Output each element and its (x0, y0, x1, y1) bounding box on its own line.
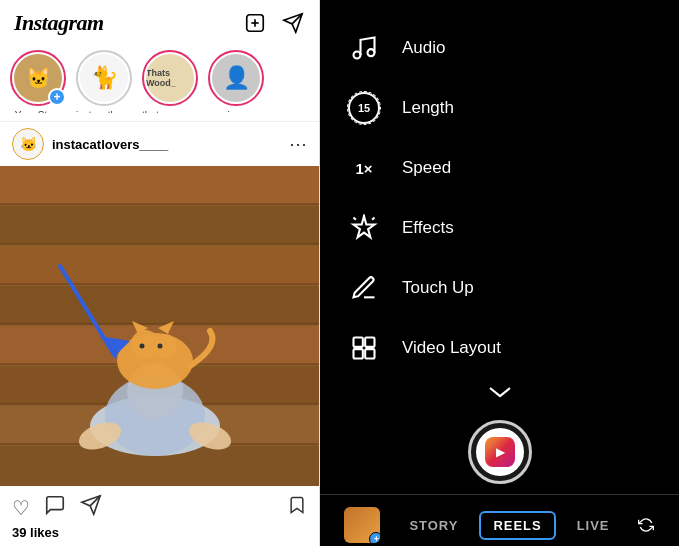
post-header: 🐱 instacatlovers____ ⋯ (0, 121, 319, 166)
story-label-3: xronis_pegk_... (208, 110, 264, 113)
comment-button[interactable] (44, 494, 66, 521)
record-inner (476, 428, 524, 476)
instagram-logo: Instagram (14, 10, 104, 36)
story-label-2: thats_wood_... (142, 110, 198, 113)
length-number: 15 (348, 92, 380, 124)
bookmark-button[interactable] (287, 494, 307, 521)
touchup-icon (346, 270, 382, 306)
svg-rect-7 (0, 286, 320, 324)
reels-tab-label: REELS (493, 518, 541, 533)
svg-point-36 (368, 49, 375, 56)
gallery-tab[interactable]: + (336, 503, 388, 546)
post-image (0, 166, 320, 486)
story-label-1: instacatlovers... (76, 110, 132, 113)
videolayout-menu-item[interactable]: Video Layout (340, 320, 659, 376)
length-label: Length (402, 98, 454, 118)
live-tab[interactable]: LIVE (569, 514, 618, 537)
audio-icon (346, 30, 382, 66)
story-xronis[interactable]: 👤 xronis_pegk_... (208, 50, 264, 113)
svg-point-26 (153, 334, 177, 358)
instagram-feed-panel: Instagram 🐱 (0, 0, 320, 546)
svg-rect-38 (365, 338, 374, 347)
bottom-tabs: + STORY REELS LIVE (320, 494, 679, 546)
live-tab-label: LIVE (577, 518, 610, 533)
post-options-button[interactable]: ⋯ (289, 133, 307, 155)
post-user: 🐱 instacatlovers____ (12, 128, 168, 160)
actions-left: ♡ (12, 494, 102, 521)
touchup-menu-item[interactable]: Touch Up (340, 260, 659, 316)
new-post-button[interactable] (243, 11, 267, 35)
top-bar: Instagram (0, 0, 319, 44)
story-instacatlovers[interactable]: 🐈 instacatlovers... (76, 50, 132, 113)
record-button[interactable] (468, 420, 532, 484)
effects-icon (346, 210, 382, 246)
videolayout-icon (346, 330, 382, 366)
record-area (320, 404, 679, 494)
length-icon: 15 (346, 90, 382, 126)
story-tab[interactable]: STORY (401, 514, 466, 537)
speed-value: 1× (355, 160, 372, 177)
svg-rect-6 (0, 246, 320, 284)
svg-rect-39 (354, 349, 363, 358)
reels-menu: Audio 15 Length 1× Speed Effects (320, 0, 679, 404)
svg-rect-37 (354, 338, 363, 347)
svg-rect-40 (365, 349, 374, 358)
stories-row: 🐱 + Your Story 🐈 instacatlovers... Thats… (0, 44, 319, 121)
post-username: instacatlovers____ (52, 137, 168, 152)
your-story-label: Your Story (15, 110, 61, 113)
reels-record-icon (485, 437, 515, 467)
svg-rect-4 (0, 166, 320, 204)
story-tab-label: STORY (409, 518, 458, 533)
reels-tab[interactable]: REELS (479, 511, 555, 540)
audio-label: Audio (402, 38, 445, 58)
messages-button[interactable] (281, 11, 305, 35)
your-story[interactable]: 🐱 + Your Story (10, 50, 66, 113)
add-story-badge: + (48, 88, 66, 106)
flip-camera-button[interactable] (630, 509, 662, 541)
top-icons (243, 11, 305, 35)
more-options-button[interactable] (340, 380, 659, 404)
share-button[interactable] (80, 494, 102, 521)
svg-point-35 (354, 52, 361, 59)
speed-menu-item[interactable]: 1× Speed (340, 140, 659, 196)
touchup-label: Touch Up (402, 278, 474, 298)
videolayout-label: Video Layout (402, 338, 501, 358)
svg-point-30 (158, 344, 163, 349)
post-actions: ♡ (0, 486, 319, 525)
effects-menu-item[interactable]: Effects (340, 200, 659, 256)
audio-menu-item[interactable]: Audio (340, 20, 659, 76)
speed-label: Speed (402, 158, 451, 178)
post-user-avatar: 🐱 (12, 128, 44, 160)
thumbnail-add-badge: + (369, 532, 380, 543)
gallery-thumbnail: + (344, 507, 380, 543)
svg-point-29 (140, 344, 145, 349)
likes-count: 39 likes (0, 525, 319, 546)
effects-label: Effects (402, 218, 454, 238)
length-menu-item[interactable]: 15 Length (340, 80, 659, 136)
svg-rect-5 (0, 206, 320, 244)
like-button[interactable]: ♡ (12, 496, 30, 520)
reels-panel: Audio 15 Length 1× Speed Effects (320, 0, 679, 546)
speed-icon: 1× (346, 150, 382, 186)
story-thats-wood[interactable]: Thats Wood_ thats_wood_... (142, 50, 198, 113)
